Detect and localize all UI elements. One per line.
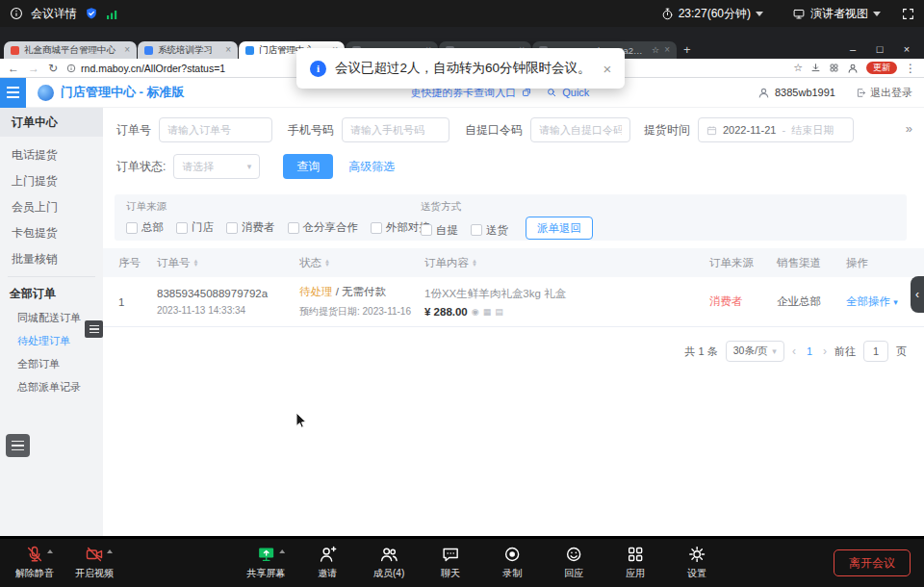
checkbox-delivery[interactable]: 送货 [471, 223, 508, 238]
toast-close-icon[interactable]: × [603, 61, 612, 77]
col-status[interactable]: 状态▲▼ [299, 256, 424, 270]
order-status-select[interactable]: 请选择 ▾ [173, 154, 260, 179]
hamburger-menu-icon[interactable] [0, 78, 26, 108]
checkbox-store[interactable]: 门店 [176, 220, 214, 235]
external-link-icon [522, 88, 531, 97]
next-page-icon[interactable]: › [823, 345, 827, 358]
chevron-up-icon[interactable] [47, 549, 53, 553]
checkbox-self-pickup[interactable]: 自提 [421, 223, 458, 238]
pickup-code-input[interactable] [530, 117, 630, 142]
maximize-button[interactable]: □ [866, 39, 893, 59]
floating-list-button[interactable] [6, 434, 30, 457]
settings-button[interactable]: 设置 [670, 544, 724, 580]
col-action: 操作 [846, 256, 907, 270]
chat-button[interactable]: 聊天 [424, 544, 477, 580]
chevron-up-icon[interactable] [107, 549, 113, 553]
calendar-icon [706, 125, 717, 136]
forward-icon[interactable]: → [28, 63, 39, 74]
page-size-select[interactable]: 30条/页 ▾ [726, 341, 784, 362]
checkbox-warehouse-coop[interactable]: 仓分享合作 [288, 220, 359, 235]
record-button[interactable]: 录制 [485, 544, 539, 580]
tab-close-icon[interactable]: × [124, 45, 130, 55]
col-order-no[interactable]: 订单号▲▼ [157, 256, 299, 270]
checkbox-consumer[interactable]: 消费者 [226, 220, 275, 235]
divider [8, 276, 95, 277]
apps-button[interactable]: 应用 [608, 544, 662, 580]
side-drawer-handle[interactable]: ‹ [911, 276, 924, 313]
order-no-cell: 83859345088979792a 2023-11-13 14:33:34 [157, 288, 299, 316]
sort-icon[interactable]: ▲▼ [324, 259, 330, 268]
sidebar-item-member-visit[interactable]: 会员上门 [0, 194, 103, 220]
order-no-input[interactable] [159, 117, 272, 142]
tab-close-icon[interactable]: × [225, 45, 231, 55]
chevron-down-icon: ▾ [247, 162, 252, 171]
phone-input[interactable] [342, 117, 449, 142]
invite-button[interactable]: 邀请 [300, 544, 354, 580]
goto-label: 前往 [834, 345, 856, 359]
browser-update-button[interactable]: 更新 [866, 62, 897, 74]
fullscreen-icon[interactable] [902, 8, 914, 20]
tab-close-icon[interactable]: × [664, 45, 670, 55]
sort-icon[interactable]: ▲▼ [193, 259, 199, 268]
reload-icon[interactable]: ↻ [48, 63, 58, 74]
row-actions-dropdown[interactable]: 全部操作 ▾ [846, 294, 907, 309]
sidebar-item-hq-dispatch-log[interactable]: 总部派单记录 [0, 375, 103, 398]
profile-avatar-icon[interactable] [847, 63, 859, 74]
chevron-up-icon[interactable] [279, 549, 285, 553]
info-icon: i [310, 61, 326, 77]
close-window-button[interactable]: × [893, 39, 920, 59]
microphone-muted-icon [25, 545, 44, 564]
extensions-icon[interactable] [829, 63, 839, 73]
search-button[interactable]: 查询 [283, 154, 333, 179]
user-icon [757, 87, 770, 99]
advanced-filter-link[interactable]: 高级筛选 [348, 159, 395, 175]
logout-button[interactable]: 退出登录 [856, 86, 912, 100]
sort-icon[interactable]: ▲▼ [472, 259, 477, 268]
collapse-panel-icon[interactable]: » [906, 121, 912, 136]
sidebar-item-phone-pickup[interactable]: 电话提货 [0, 142, 103, 168]
user-account[interactable]: 8385wb1991 退出登录 [757, 86, 912, 100]
current-page[interactable]: 1 [804, 345, 815, 357]
members-button[interactable]: 成员(4) [362, 544, 416, 580]
download-icon[interactable] [810, 63, 821, 73]
meeting-timer[interactable]: 23:27(60分钟) [661, 6, 763, 22]
prev-page-icon[interactable]: ‹ [792, 345, 796, 358]
gift-icon: ▦ [483, 307, 492, 317]
unmute-button[interactable]: 解除静音 [8, 544, 62, 580]
view-mode-selector[interactable]: 演讲者视图 [792, 6, 881, 22]
back-icon[interactable]: ← [8, 63, 19, 74]
share-screen-icon [256, 545, 276, 564]
tab-favicon [245, 46, 254, 55]
share-screen-button[interactable]: 共享屏幕 [239, 544, 293, 580]
browser-tab[interactable]: 礼盒商城平台管理中心 × [4, 41, 137, 59]
sidebar-item-batch-verify[interactable]: 批量核销 [0, 246, 103, 272]
bookmark-star-icon[interactable]: ☆ [793, 62, 803, 74]
reaction-button[interactable]: 回应 [547, 544, 601, 580]
filter-row-1: 订单号 手机号码 自提口令码 提货时间 2022-11-21 [116, 117, 854, 142]
dispatch-return-button[interactable]: 派单退回 [526, 217, 593, 240]
sidebar-item-door-pickup[interactable]: 上门提货 [0, 168, 103, 194]
sidebar-item-all-orders[interactable]: 全部订单 [0, 352, 103, 375]
goto-page-input[interactable] [863, 341, 888, 362]
minimize-button[interactable]: – [839, 39, 866, 59]
search-icon [547, 88, 556, 97]
browser-tab[interactable]: 系统培训学习 × [138, 41, 238, 59]
col-channel: 销售渠道 [777, 256, 846, 270]
sales-channel-value: 企业总部 [777, 294, 846, 309]
browser-menu-icon[interactable]: ⋮ [905, 63, 916, 74]
start-video-button[interactable]: 开启视频 [67, 544, 121, 580]
col-content[interactable]: 订单内容▲▼ [424, 256, 709, 270]
meeting-details-button[interactable]: 会议详情 [31, 6, 77, 22]
date-range-picker[interactable]: 2022-11-21 - 结束日期 [698, 117, 854, 142]
checkbox-hq[interactable]: 总部 [126, 220, 164, 235]
new-tab-button[interactable]: + [683, 42, 691, 59]
leave-meeting-button[interactable]: 离开会议 [834, 549, 911, 576]
sidebar-item-card-pickup[interactable]: 卡包提货 [0, 220, 103, 246]
sidebar-group-all-orders[interactable]: 全部订单 [0, 281, 103, 306]
toolbar-actions: ☆ 更新 ⋮ [793, 62, 916, 74]
note-icon: ▤ [495, 307, 503, 317]
sidebar-collapse-button[interactable] [85, 320, 103, 338]
site-info-icon[interactable] [66, 64, 76, 73]
chevron-down-icon [873, 12, 881, 16]
pagination: 共 1 条 30条/页 ▾ ‹ 1 › 前往 页 [685, 341, 908, 362]
